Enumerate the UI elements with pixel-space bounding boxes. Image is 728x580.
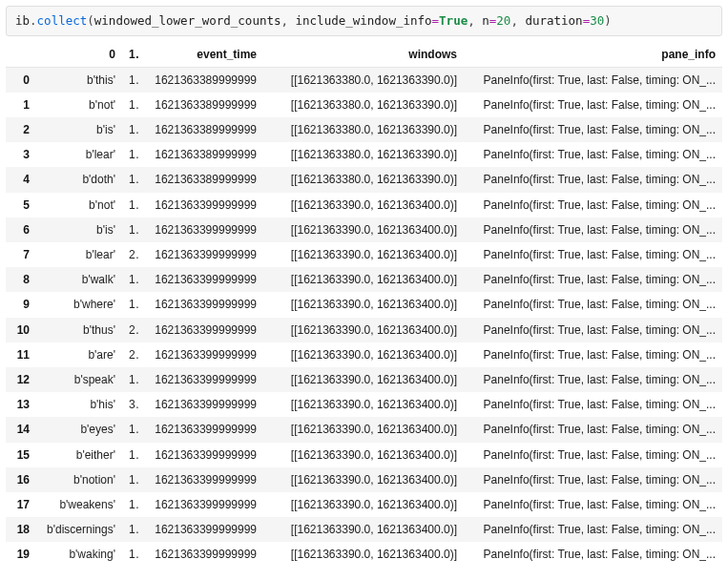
- table-row: 1b'not'11621363389999999[[1621363380.0, …: [6, 93, 722, 117]
- cell-pane-info: PaneInfo(first: True, last: False, timin…: [464, 93, 722, 117]
- cell-event-time: 1621363399999999: [139, 417, 263, 442]
- cell-word: b'thus': [36, 318, 122, 342]
- code-token: windowed_lower_word_counts: [94, 13, 281, 28]
- code-token: (: [87, 13, 94, 28]
- cell-count: 1: [122, 93, 139, 117]
- row-index: 19: [6, 542, 36, 567]
- cell-count: 1: [122, 417, 139, 442]
- code-token: 20: [496, 13, 510, 28]
- cell-event-time: 1621363399999999: [139, 542, 263, 567]
- cell-windows: [[1621363380.0, 1621363390.0)]: [263, 117, 464, 142]
- code-token: ,: [468, 13, 482, 28]
- cell-pane-info: PaneInfo(first: True, last: False, timin…: [464, 193, 722, 218]
- cell-windows: [[1621363390.0, 1621363400.0)]: [263, 492, 464, 517]
- code-token: ib: [15, 13, 30, 28]
- cell-count: 2: [122, 242, 139, 267]
- row-index: 14: [6, 417, 36, 442]
- cell-windows: [[1621363390.0, 1621363400.0)]: [263, 392, 464, 417]
- code-token: collect: [37, 13, 88, 28]
- cell-word: b'lear': [36, 242, 122, 267]
- cell-event-time: 1621363399999999: [139, 342, 263, 367]
- table-header-row: 0 1 event_time windows pane_info: [6, 42, 722, 68]
- col-pane-info: pane_info: [464, 42, 722, 68]
- code-token: 30: [590, 13, 604, 28]
- cell-count: 1: [122, 218, 139, 242]
- cell-count: 1: [122, 492, 139, 517]
- row-index: 16: [6, 467, 36, 492]
- cell-windows: [[1621363390.0, 1621363400.0)]: [263, 342, 464, 367]
- cell-count: 2: [122, 318, 139, 342]
- row-index: 2: [6, 117, 36, 142]
- cell-pane-info: PaneInfo(first: True, last: False, timin…: [464, 117, 722, 142]
- row-index: 1: [6, 93, 36, 117]
- table-row: 3b'lear'11621363389999999[[1621363380.0,…: [6, 142, 722, 167]
- cell-windows: [[1621363390.0, 1621363400.0)]: [263, 517, 464, 542]
- cell-pane-info: PaneInfo(first: True, last: False, timin…: [464, 242, 722, 267]
- cell-windows: [[1621363390.0, 1621363400.0)]: [263, 218, 464, 242]
- row-index: 0: [6, 67, 36, 93]
- cell-pane-info: PaneInfo(first: True, last: False, timin…: [464, 417, 722, 442]
- cell-pane-info: PaneInfo(first: True, last: False, timin…: [464, 467, 722, 492]
- cell-windows: [[1621363390.0, 1621363400.0)]: [263, 242, 464, 267]
- row-index: 8: [6, 267, 36, 292]
- row-index: 3: [6, 142, 36, 167]
- cell-event-time: 1621363399999999: [139, 492, 263, 517]
- table-row: 8b'walk'11621363399999999[[1621363390.0,…: [6, 267, 722, 292]
- row-index: 7: [6, 242, 36, 267]
- code-token: ): [604, 13, 612, 28]
- cell-event-time: 1621363399999999: [139, 517, 263, 542]
- cell-word: b'either': [36, 443, 122, 467]
- cell-event-time: 1621363389999999: [139, 117, 263, 142]
- cell-word: b'his': [36, 392, 122, 417]
- table-row: 19b'waking'11621363399999999[[1621363390…: [6, 542, 722, 567]
- col-1: 1: [122, 42, 139, 68]
- cell-word: b'not': [36, 93, 122, 117]
- cell-pane-info: PaneInfo(first: True, last: False, timin…: [464, 342, 722, 367]
- cell-windows: [[1621363390.0, 1621363400.0)]: [263, 417, 464, 442]
- cell-event-time: 1621363399999999: [139, 443, 263, 467]
- cell-word: b'is': [36, 218, 122, 242]
- code-token: .: [30, 13, 37, 28]
- cell-word: b'discernings': [36, 517, 122, 542]
- cell-windows: [[1621363390.0, 1621363400.0)]: [263, 542, 464, 567]
- cell-event-time: 1621363399999999: [139, 193, 263, 218]
- cell-word: b'eyes': [36, 417, 122, 442]
- cell-event-time: 1621363389999999: [139, 67, 263, 93]
- cell-event-time: 1621363399999999: [139, 242, 263, 267]
- cell-word: b'doth': [36, 167, 122, 192]
- cell-word: b'walk': [36, 267, 122, 292]
- cell-windows: [[1621363390.0, 1621363400.0)]: [263, 292, 464, 317]
- table-row: 2b'is'11621363389999999[[1621363380.0, 1…: [6, 117, 722, 142]
- cell-windows: [[1621363380.0, 1621363390.0)]: [263, 93, 464, 117]
- table-row: 13b'his'31621363399999999[[1621363390.0,…: [6, 392, 722, 417]
- table-row: 9b'where'11621363399999999[[1621363390.0…: [6, 292, 722, 317]
- cell-event-time: 1621363389999999: [139, 93, 263, 117]
- cell-windows: [[1621363390.0, 1621363400.0)]: [263, 467, 464, 492]
- col-0: 0: [36, 42, 122, 68]
- cell-count: 1: [122, 542, 139, 567]
- cell-event-time: 1621363399999999: [139, 392, 263, 417]
- cell-event-time: 1621363399999999: [139, 467, 263, 492]
- cell-pane-info: PaneInfo(first: True, last: False, timin…: [464, 267, 722, 292]
- code-token: True: [439, 13, 468, 28]
- table-row: 4b'doth'11621363389999999[[1621363380.0,…: [6, 167, 722, 192]
- cell-event-time: 1621363399999999: [139, 367, 263, 392]
- cell-count: 1: [122, 443, 139, 467]
- cell-word: b'where': [36, 292, 122, 317]
- code-cell: ib.collect(windowed_lower_word_counts, i…: [6, 6, 722, 36]
- cell-count: 1: [122, 267, 139, 292]
- cell-event-time: 1621363399999999: [139, 292, 263, 317]
- cell-event-time: 1621363399999999: [139, 318, 263, 342]
- row-index: 12: [6, 367, 36, 392]
- cell-windows: [[1621363390.0, 1621363400.0)]: [263, 193, 464, 218]
- row-index: 5: [6, 193, 36, 218]
- row-index: 18: [6, 517, 36, 542]
- cell-pane-info: PaneInfo(first: True, last: False, timin…: [464, 367, 722, 392]
- cell-count: 1: [122, 67, 139, 93]
- cell-pane-info: PaneInfo(first: True, last: False, timin…: [464, 318, 722, 342]
- cell-word: b'waking': [36, 542, 122, 567]
- cell-count: 1: [122, 292, 139, 317]
- cell-pane-info: PaneInfo(first: True, last: False, timin…: [464, 67, 722, 93]
- table-row: 17b'weakens'11621363399999999[[162136339…: [6, 492, 722, 517]
- cell-count: 2: [122, 342, 139, 367]
